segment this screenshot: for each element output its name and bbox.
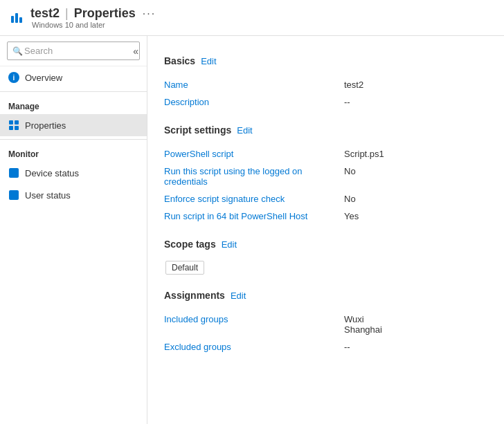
sidebar: 🔍 « i Overview Manage Proper xyxy=(0,36,147,424)
sidebar-item-label: Device status xyxy=(25,168,79,178)
main-content: Basics Edit Name test2 Description -- Sc… xyxy=(147,36,504,424)
nav-divider xyxy=(0,91,147,92)
script-settings-table: PowerShell script Script.ps1 Run this sc… xyxy=(164,145,487,225)
field-label: Included groups xyxy=(164,311,344,338)
field-label: Run script in 64 bit PowerShell Host xyxy=(164,208,344,225)
field-value: No xyxy=(344,163,487,190)
script-settings-edit-link[interactable]: Edit xyxy=(237,125,252,136)
header-separator: | xyxy=(65,6,69,21)
collapse-icon[interactable]: « xyxy=(133,46,138,57)
assignments-section-header: Assignments Edit xyxy=(164,290,487,301)
assignments-edit-link[interactable]: Edit xyxy=(231,291,246,301)
page-title: Properties xyxy=(74,6,136,21)
scope-tags-list: Default xyxy=(164,259,487,276)
script-settings-section-header: Script settings Edit xyxy=(164,125,487,136)
sidebar-item-label: Properties xyxy=(25,120,66,131)
field-label: Enforce script signature check xyxy=(164,190,344,208)
sidebar-item-user-status[interactable]: User status xyxy=(0,184,147,206)
header-title-group: test2 | Properties ··· Windows 10 and la… xyxy=(30,6,156,29)
basics-edit-link[interactable]: Edit xyxy=(201,56,216,66)
sidebar-item-device-status[interactable]: Device status xyxy=(0,162,147,184)
properties-icon xyxy=(8,120,19,131)
assignments-table: Included groups WuxiShanghai Excluded gr… xyxy=(164,311,487,356)
manage-section-label: Manage xyxy=(0,95,147,114)
field-label: Name xyxy=(164,76,344,93)
user-status-icon xyxy=(8,190,19,201)
tag-default: Default xyxy=(165,261,204,275)
basics-table: Name test2 Description -- xyxy=(164,76,487,111)
field-value: Script.ps1 xyxy=(344,145,487,163)
search-container: 🔍 « xyxy=(0,36,147,66)
app-logo xyxy=(11,13,22,23)
sidebar-item-label: User status xyxy=(25,190,71,201)
field-value: -- xyxy=(344,93,487,111)
device-status-icon xyxy=(8,167,19,178)
sidebar-item-label: Overview xyxy=(25,73,62,83)
monitor-section-label: Monitor xyxy=(0,142,147,162)
field-value: test2 xyxy=(344,76,487,93)
scope-tags-edit-link[interactable]: Edit xyxy=(222,239,237,250)
table-row: PowerShell script Script.ps1 xyxy=(164,145,487,163)
sidebar-item-overview[interactable]: i Overview xyxy=(0,66,147,89)
table-row: Excluded groups -- xyxy=(164,338,487,356)
search-input[interactable] xyxy=(7,42,140,60)
more-options-icon[interactable]: ··· xyxy=(143,8,156,20)
nav-divider-2 xyxy=(0,139,147,140)
basics-title: Basics xyxy=(164,55,195,66)
field-value: Yes xyxy=(344,208,487,225)
field-label: PowerShell script xyxy=(164,145,344,163)
logo-icon xyxy=(11,13,22,23)
table-row: Name test2 xyxy=(164,76,487,93)
app-header: test2 | Properties ··· Windows 10 and la… xyxy=(0,0,504,36)
header-subtitle: Windows 10 and later xyxy=(32,21,156,29)
table-row: Description -- xyxy=(164,93,487,111)
app-name: test2 xyxy=(30,6,60,21)
field-value: WuxiShanghai xyxy=(344,311,487,338)
search-icon: 🔍 xyxy=(12,46,23,56)
field-value: No xyxy=(344,190,487,208)
table-row: Run script in 64 bit PowerShell Host Yes xyxy=(164,208,487,225)
field-label: Description xyxy=(164,93,344,111)
assignments-title: Assignments xyxy=(164,290,225,301)
basics-section-header: Basics Edit xyxy=(164,55,487,66)
field-label: Run this script using the logged on cred… xyxy=(164,163,344,190)
table-row: Included groups WuxiShanghai xyxy=(164,311,487,338)
scope-tags-title: Scope tags xyxy=(164,239,216,250)
table-row: Enforce script signature check No xyxy=(164,190,487,208)
script-settings-title: Script settings xyxy=(164,125,231,136)
scope-tags-section-header: Scope tags Edit xyxy=(164,239,487,250)
sidebar-item-properties[interactable]: Properties xyxy=(0,114,147,136)
info-icon: i xyxy=(8,72,19,83)
field-label: Excluded groups xyxy=(164,338,344,356)
body-container: 🔍 « i Overview Manage Proper xyxy=(0,36,504,424)
table-row: Run this script using the logged on cred… xyxy=(164,163,487,190)
field-value: -- xyxy=(344,338,487,356)
